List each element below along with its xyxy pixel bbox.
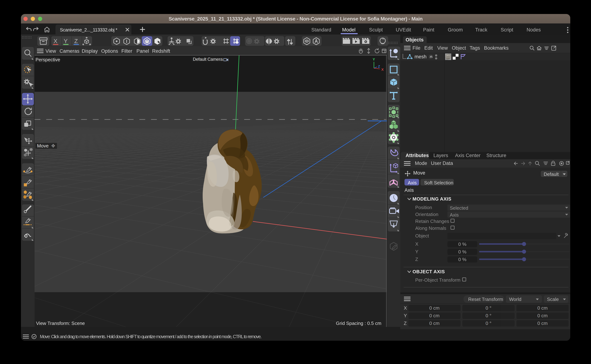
svg-text:Z: Z [74, 38, 78, 44]
svg-text:Z: Z [378, 65, 380, 68]
svg-text:X: X [53, 38, 57, 44]
svg-text:Y: Y [373, 58, 375, 61]
svg-text:Y: Y [64, 38, 67, 44]
svg-text:X: X [381, 68, 384, 72]
